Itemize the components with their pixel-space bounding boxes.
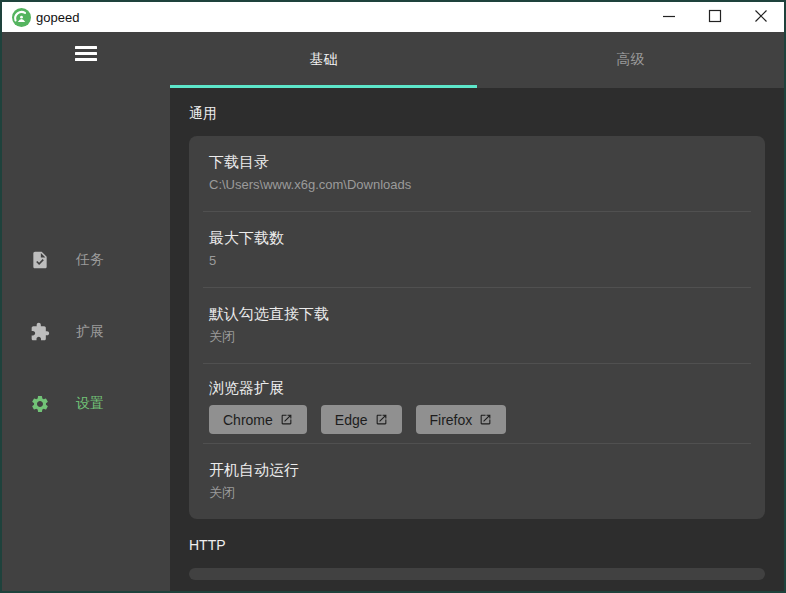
firefox-extension-button-label: Firefox	[430, 412, 473, 428]
general-settings-card: 下载目录 C:\Users\www.x6g.com\Downloads 最大下载…	[189, 136, 765, 519]
http-settings-card-partial[interactable]	[189, 568, 765, 580]
external-link-icon	[280, 413, 293, 426]
chrome-extension-button[interactable]: Chrome	[209, 405, 307, 434]
tab-basic-label: 基础	[310, 51, 338, 69]
tab-bar: 基础 高级	[170, 32, 784, 88]
edge-extension-button-label: Edge	[335, 412, 368, 428]
setting-row-default-direct-download[interactable]: 默认勾选直接下载 关闭	[189, 288, 765, 363]
row-value: C:\Users\www.x6g.com\Downloads	[209, 176, 745, 194]
titlebar: gopeed	[2, 2, 784, 32]
firefox-extension-button[interactable]: Firefox	[416, 405, 507, 434]
edge-extension-button[interactable]: Edge	[321, 405, 402, 434]
setting-row-autostart[interactable]: 开机自动运行 关闭	[189, 444, 765, 519]
puzzle-icon	[30, 322, 50, 342]
row-title: 最大下载数	[209, 227, 745, 249]
minimize-icon	[662, 9, 676, 26]
row-value: 关闭	[209, 328, 745, 346]
settings-main: 基础 高级 通用 下载目录 C:\Users\www.x6g.com\Downl…	[170, 32, 784, 591]
sidebar: 任务 扩展 设置	[2, 32, 170, 591]
extension-button-group: Chrome Edge	[209, 405, 745, 434]
sidebar-item-label: 任务	[76, 251, 104, 269]
sidebar-item-label: 扩展	[76, 323, 104, 341]
minimize-button[interactable]	[646, 2, 692, 32]
maximize-button[interactable]	[692, 2, 738, 32]
tab-advanced-label: 高级	[617, 51, 645, 69]
settings-content: 通用 下载目录 C:\Users\www.x6g.com\Downloads 最…	[170, 88, 784, 591]
close-icon	[754, 9, 768, 26]
menu-toggle-button[interactable]	[71, 42, 101, 65]
gopeed-logo-icon	[12, 8, 31, 27]
setting-row-browser-extension: 浏览器扩展 Chrome Edge	[189, 364, 765, 443]
chrome-extension-button-label: Chrome	[223, 412, 273, 428]
close-button[interactable]	[738, 2, 784, 32]
app-body: 任务 扩展 设置 基础	[2, 32, 784, 591]
window-title: gopeed	[36, 10, 79, 25]
row-title: 下载目录	[209, 151, 745, 173]
gear-icon	[30, 394, 50, 414]
task-file-icon	[30, 250, 50, 270]
section-heading-general: 通用	[189, 103, 765, 123]
row-value: 关闭	[209, 484, 745, 502]
sidebar-item-label: 设置	[76, 395, 104, 413]
tab-advanced[interactable]: 高级	[477, 32, 784, 88]
titlebar-left: gopeed	[2, 8, 79, 27]
external-link-icon	[479, 413, 492, 426]
row-title: 浏览器扩展	[209, 377, 745, 399]
setting-row-max-downloads[interactable]: 最大下载数 5	[189, 212, 765, 287]
row-value: 5	[209, 252, 745, 270]
sidebar-nav: 任务 扩展 设置	[2, 248, 170, 416]
window-controls	[646, 2, 784, 32]
row-title: 默认勾选直接下载	[209, 303, 745, 325]
hamburger-icon	[75, 46, 97, 61]
app-window: gopeed	[0, 0, 786, 593]
sidebar-item-extensions[interactable]: 扩展	[2, 320, 170, 344]
setting-row-download-dir[interactable]: 下载目录 C:\Users\www.x6g.com\Downloads	[189, 136, 765, 211]
sidebar-item-tasks[interactable]: 任务	[2, 248, 170, 272]
tab-basic[interactable]: 基础	[170, 32, 477, 88]
row-title: 开机自动运行	[209, 459, 745, 481]
sidebar-item-settings[interactable]: 设置	[2, 392, 170, 416]
maximize-icon	[708, 9, 722, 26]
active-tab-indicator	[170, 85, 477, 88]
section-heading-http: HTTP	[189, 535, 765, 555]
external-link-icon	[375, 413, 388, 426]
